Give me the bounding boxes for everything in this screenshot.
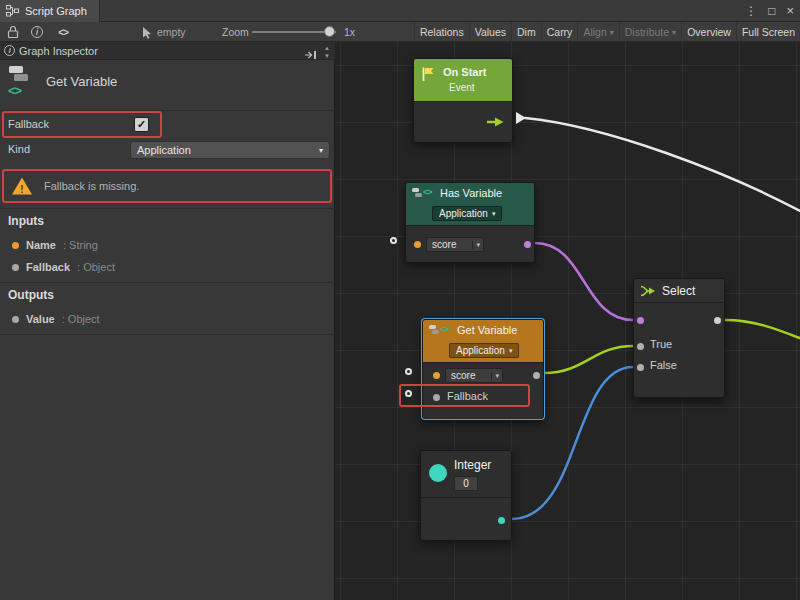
inspect-button[interactable]: i xyxy=(28,24,46,40)
divider xyxy=(0,282,335,283)
input-row-name: Name : String xyxy=(0,234,335,256)
condition-input-port[interactable] xyxy=(637,317,644,324)
inputs-header: Inputs xyxy=(8,214,44,228)
output-port-purple[interactable] xyxy=(524,241,531,248)
zoom-slider-knob[interactable] xyxy=(324,26,335,37)
distribute-button[interactable]: Distribute ▾ xyxy=(619,22,681,42)
fallback-field-row: Fallback ✓ xyxy=(0,112,335,138)
has-variable-subheader: Application ▾ xyxy=(406,203,534,225)
integer-output-port[interactable] xyxy=(498,517,505,524)
dock-button[interactable] xyxy=(304,46,317,64)
carry-button[interactable]: Carry xyxy=(541,22,578,42)
tab-script-graph[interactable]: Script Graph xyxy=(0,0,100,22)
chevron-down-icon: ▾ xyxy=(509,347,513,355)
inspector-header: i Graph Inspector ▲ ▼ xyxy=(0,42,335,60)
fullscreen-button[interactable]: Full Screen xyxy=(736,22,800,42)
scroll-down-icon[interactable]: ▼ xyxy=(321,52,333,60)
node-subtitle: Event xyxy=(449,82,475,93)
wire-hasvariable-to-select[interactable] xyxy=(535,243,633,320)
has-variable-body: score ▾ xyxy=(406,225,534,262)
graph-canvas[interactable]: On Start Event <> Has Variable Applicati… xyxy=(335,42,800,600)
flow-arrow-icon[interactable] xyxy=(486,116,506,128)
unit-title: Get Variable xyxy=(46,74,117,89)
titlebar: Script Graph ⋮ □ × xyxy=(0,0,800,22)
node-select[interactable]: Select True False xyxy=(633,278,725,398)
panel-scroll-arrows[interactable]: ▲ ▼ xyxy=(321,42,333,60)
menu-icon[interactable]: ⋮ xyxy=(745,0,757,22)
info-icon: i xyxy=(31,26,43,38)
unity-script-graph-window: Script Graph ⋮ □ × i <> xyxy=(0,0,800,600)
window-controls: ⋮ □ × xyxy=(745,0,794,22)
scroll-up-icon[interactable]: ▲ xyxy=(321,44,333,52)
fallback-port-label: Fallback xyxy=(447,390,488,402)
integer-header: Integer 0 xyxy=(421,451,511,497)
node-has-variable[interactable]: <> Has Variable Application ▾ score ▾ xyxy=(405,182,535,262)
dim-button[interactable]: Dim xyxy=(511,22,541,42)
overview-button[interactable]: Overview xyxy=(681,22,736,42)
wire-start-triangle xyxy=(516,112,526,124)
true-input-port[interactable] xyxy=(637,343,644,350)
chevron-down-icon: ▾ xyxy=(491,372,502,380)
align-button[interactable]: Align ▾ xyxy=(577,22,618,42)
kind-dropdown[interactable]: Application ▾ xyxy=(130,141,330,159)
get-variable-body: score ▾ Fallback xyxy=(423,362,543,419)
node-integer[interactable]: Integer 0 xyxy=(420,450,512,540)
wire-select-out[interactable] xyxy=(725,320,800,339)
fallback-checkbox[interactable]: ✓ xyxy=(134,117,149,132)
variable-name-dropdown[interactable]: score ▾ xyxy=(426,237,484,252)
zoom-value: 1x xyxy=(344,26,355,38)
node-get-variable[interactable]: <> Get Variable Application ▾ score ▾ Fa… xyxy=(422,319,544,419)
scope-dropdown[interactable]: Application ▾ xyxy=(449,343,519,358)
scope-dropdown[interactable]: Application ▾ xyxy=(432,206,502,221)
chevron-down-icon: ▾ xyxy=(672,28,676,37)
port-dot-grey xyxy=(12,264,19,271)
integer-body xyxy=(421,497,511,540)
unconnected-port-circle[interactable] xyxy=(390,237,397,244)
selection-pointer-icon xyxy=(138,24,156,40)
values-button[interactable]: Values xyxy=(469,22,511,42)
node-on-start[interactable]: On Start Event xyxy=(413,58,513,142)
unconnected-port-circle[interactable] xyxy=(405,368,412,375)
kind-field-label: Kind xyxy=(8,143,30,155)
maximize-icon[interactable]: □ xyxy=(768,0,775,22)
variables-icon xyxy=(412,188,423,197)
get-variable-header: <> Get Variable xyxy=(423,320,543,340)
code-icon: <> xyxy=(8,83,21,98)
lock-button[interactable] xyxy=(4,24,22,40)
fallback-field-label: Fallback xyxy=(8,118,49,130)
code-icon: <> xyxy=(440,324,449,334)
divider xyxy=(0,334,335,335)
node-title: Integer xyxy=(454,458,491,472)
unconnected-port-circle[interactable] xyxy=(405,390,412,397)
relations-button[interactable]: Relations xyxy=(414,22,469,42)
chevron-down-icon: ▾ xyxy=(492,210,496,218)
false-input-port[interactable] xyxy=(637,364,644,371)
close-icon[interactable]: × xyxy=(786,0,794,22)
port-dot-orange[interactable] xyxy=(433,372,440,379)
lock-icon xyxy=(7,25,19,39)
port-dot-orange xyxy=(12,242,19,249)
variable-name-dropdown[interactable]: score ▾ xyxy=(445,368,503,383)
port-dot-orange[interactable] xyxy=(414,241,421,248)
selection-output-port[interactable] xyxy=(714,317,721,324)
on-start-header: On Start Event xyxy=(414,59,512,101)
value-output-port[interactable] xyxy=(533,372,540,379)
integer-value-field[interactable]: 0 xyxy=(454,476,478,491)
graph-inspector-panel: i Graph Inspector ▲ ▼ <> Get Variable Fa… xyxy=(0,42,335,600)
code-icon: <> xyxy=(58,27,68,38)
get-variable-subheader: Application ▾ xyxy=(423,340,543,362)
chevron-down-icon: ▾ xyxy=(319,146,323,155)
wire-onstart-out[interactable] xyxy=(525,118,800,212)
warning-message: ! Fallback is missing. xyxy=(2,169,332,203)
select-header: Select xyxy=(634,279,724,303)
warning-icon: ! xyxy=(12,178,32,195)
output-row-value: Value : Object xyxy=(0,308,335,330)
code-icon: <> xyxy=(423,187,432,197)
has-variable-header: <> Has Variable xyxy=(406,183,534,203)
graph-toolbar: i <> empty Zoom 1x Relations Values Dim … xyxy=(0,22,800,42)
on-start-body xyxy=(414,101,512,142)
false-port-label: False xyxy=(650,359,677,371)
true-port-label: True xyxy=(650,338,672,350)
code-preview-button[interactable]: <> xyxy=(54,24,72,40)
fallback-port-dot[interactable] xyxy=(433,394,440,401)
